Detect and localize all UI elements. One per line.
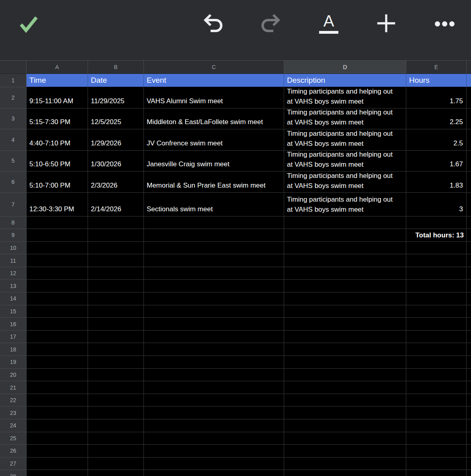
row-number[interactable]: 4 — [0, 129, 27, 151]
cell-description[interactable]: Timing participants and helping out at V… — [284, 87, 406, 108]
empty-cell[interactable] — [88, 381, 144, 394]
empty-cell[interactable] — [27, 369, 88, 382]
format-text-button[interactable]: A — [316, 9, 342, 38]
cell-time[interactable]: 5:10-7:00 PM — [27, 172, 88, 193]
empty-cell[interactable] — [88, 407, 144, 419]
empty-cell[interactable] — [88, 318, 144, 331]
empty-cell[interactable] — [27, 394, 88, 407]
empty-cell[interactable] — [144, 217, 284, 229]
cell-overflow[interactable] — [467, 129, 471, 151]
empty-cell[interactable] — [27, 229, 88, 242]
cell-time[interactable]: 5:10-6:50 PM — [27, 151, 88, 172]
column-header-D[interactable]: D — [284, 61, 406, 74]
empty-cell[interactable] — [467, 356, 471, 369]
empty-cell[interactable] — [284, 217, 406, 229]
empty-cell[interactable] — [88, 369, 144, 382]
cell-date[interactable]: 1/29/2026 — [88, 129, 144, 151]
empty-cell[interactable] — [284, 445, 406, 458]
empty-cell[interactable] — [467, 292, 471, 305]
row-number[interactable]: 5 — [0, 151, 27, 172]
row-number[interactable]: 2 — [0, 87, 27, 108]
empty-cell[interactable] — [144, 280, 284, 292]
redo-button[interactable] — [258, 11, 283, 35]
empty-cell[interactable] — [27, 381, 88, 394]
empty-cell[interactable] — [406, 331, 467, 343]
empty-cell[interactable] — [27, 343, 88, 356]
row-number[interactable]: 24 — [0, 419, 27, 432]
empty-cell[interactable] — [27, 458, 88, 470]
empty-cell[interactable] — [284, 229, 406, 242]
empty-cell[interactable] — [144, 369, 284, 382]
cell-event[interactable]: Sectionals swim meet — [144, 193, 284, 217]
row-number[interactable]: 23 — [0, 407, 27, 419]
empty-cell[interactable] — [27, 242, 88, 255]
empty-cell[interactable] — [88, 343, 144, 356]
column-header-overflow[interactable] — [467, 61, 471, 74]
empty-cell[interactable] — [406, 217, 467, 229]
empty-cell[interactable] — [27, 292, 88, 305]
empty-cell[interactable] — [144, 419, 284, 432]
empty-cell[interactable] — [88, 292, 144, 305]
column-header-C[interactable]: C — [144, 61, 284, 74]
empty-cell[interactable] — [144, 242, 284, 255]
empty-cell[interactable] — [284, 254, 406, 267]
cell-date[interactable]: 11/29/2025 — [88, 87, 144, 108]
empty-cell[interactable] — [144, 267, 284, 280]
row-number[interactable]: 10 — [0, 242, 27, 255]
empty-cell[interactable] — [406, 267, 467, 280]
empty-cell[interactable] — [284, 292, 406, 305]
empty-cell[interactable] — [27, 318, 88, 331]
empty-cell[interactable] — [284, 381, 406, 394]
cell-date[interactable]: 12/5/2025 — [88, 108, 144, 130]
empty-cell[interactable] — [144, 470, 284, 476]
cell-hours[interactable]: 2.25 — [406, 108, 467, 130]
cell-description[interactable]: Timing participants and helping out at V… — [284, 129, 406, 151]
empty-cell[interactable] — [27, 419, 88, 432]
empty-cell[interactable] — [284, 356, 406, 369]
undo-button[interactable] — [201, 11, 225, 35]
empty-cell[interactable] — [88, 394, 144, 407]
row-number[interactable]: 12 — [0, 267, 27, 280]
row-number[interactable]: 14 — [0, 292, 27, 305]
cell-date[interactable]: 1/30/2026 — [88, 151, 144, 172]
cell-overflow[interactable] — [467, 87, 471, 108]
row-number[interactable]: 18 — [0, 343, 27, 356]
empty-cell[interactable] — [144, 331, 284, 343]
empty-cell[interactable] — [144, 445, 284, 458]
empty-cell[interactable] — [467, 267, 471, 280]
empty-cell[interactable] — [467, 458, 471, 470]
empty-cell[interactable] — [467, 470, 471, 476]
row-number[interactable]: 21 — [0, 381, 27, 394]
empty-cell[interactable] — [284, 394, 406, 407]
cell-hours[interactable]: 1.67 — [406, 151, 467, 172]
row-number[interactable]: 6 — [0, 172, 27, 193]
empty-cell[interactable] — [88, 280, 144, 292]
header-cell-hours[interactable]: Hours — [406, 74, 467, 87]
header-cell-overflow[interactable] — [467, 74, 471, 87]
empty-cell[interactable] — [406, 254, 467, 267]
empty-cell[interactable] — [467, 343, 471, 356]
empty-cell[interactable] — [284, 432, 406, 445]
empty-cell[interactable] — [284, 343, 406, 356]
empty-cell[interactable] — [284, 242, 406, 255]
row-number[interactable]: 8 — [0, 217, 27, 229]
empty-cell[interactable] — [467, 318, 471, 331]
empty-cell[interactable] — [406, 369, 467, 382]
empty-cell[interactable] — [27, 445, 88, 458]
empty-cell[interactable] — [406, 280, 467, 292]
column-header-B[interactable]: B — [88, 61, 144, 74]
empty-cell[interactable] — [88, 445, 144, 458]
row-number[interactable]: 22 — [0, 394, 27, 407]
empty-cell[interactable] — [27, 407, 88, 419]
row-number[interactable]: 20 — [0, 369, 27, 382]
empty-cell[interactable] — [88, 419, 144, 432]
row-number[interactable]: 1 — [0, 74, 27, 87]
empty-cell[interactable] — [406, 242, 467, 255]
empty-cell[interactable] — [88, 458, 144, 470]
empty-cell[interactable] — [467, 217, 471, 229]
empty-cell[interactable] — [144, 292, 284, 305]
cell-event[interactable]: Middleton & East/LaFollete swim meet — [144, 108, 284, 130]
empty-cell[interactable] — [284, 331, 406, 343]
header-cell-time[interactable]: Time — [27, 74, 88, 87]
empty-cell[interactable] — [144, 254, 284, 267]
